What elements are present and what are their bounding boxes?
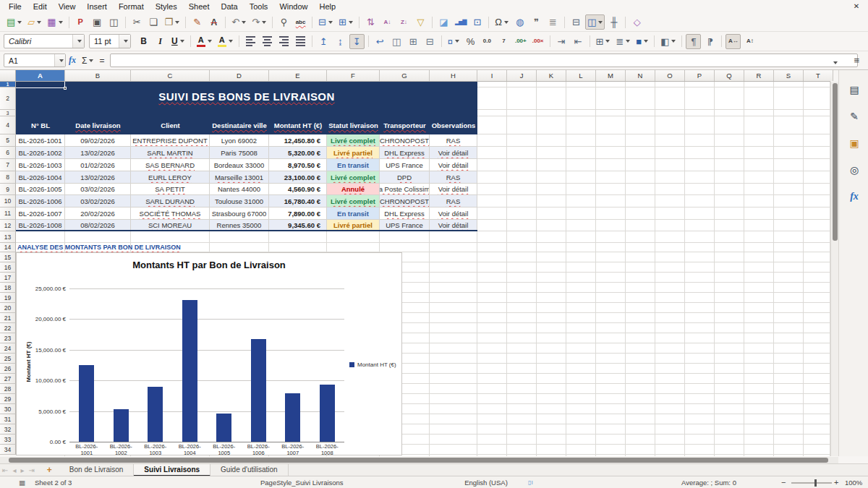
name-box[interactable]: A1 <box>4 53 66 67</box>
menu-format[interactable]: Format <box>113 0 150 13</box>
cell-E7[interactable]: 8,970.50 € <box>269 159 327 171</box>
cell-A6[interactable]: BL-2026-1002 <box>16 147 65 158</box>
justified-icon[interactable] <box>293 34 308 49</box>
cell-C9[interactable]: SA PETIT <box>131 184 210 194</box>
autofilter-icon[interactable]: ▽ <box>413 14 428 30</box>
format-date-icon[interactable]: 7 <box>496 34 511 49</box>
row-header-26[interactable]: 26 <box>0 364 16 374</box>
column-header-J[interactable]: J <box>507 70 537 81</box>
column-header-S[interactable]: S <box>774 70 804 81</box>
freeze-panes-icon[interactable]: ◫ <box>585 14 605 30</box>
cell-H10[interactable]: RAS <box>430 195 477 207</box>
cell-H5[interactable]: RAS <box>430 134 477 146</box>
cell-E12[interactable]: 9,345.60 € <box>269 220 327 230</box>
row-header-19[interactable]: 19 <box>0 293 16 303</box>
last-sheet-button[interactable]: ⇥ <box>26 466 36 474</box>
column-header-L[interactable]: L <box>566 70 596 81</box>
insert-rows-icon[interactable]: ⊟ <box>316 14 335 30</box>
function-wizard-icon[interactable]: fx <box>69 55 76 66</box>
unmerge-cells-icon[interactable]: ⊟ <box>422 34 438 49</box>
row-header-16[interactable]: 16 <box>0 262 16 273</box>
sheet-tab-suivi-livraisons[interactable]: Suivi Livraisons <box>134 464 210 476</box>
zoom-in-icon[interactable]: + <box>834 478 838 487</box>
cell-A12[interactable]: BL-2026-1008 <box>16 220 65 230</box>
dropdown-arrow-icon[interactable] <box>229 40 233 43</box>
column-header-T[interactable]: T <box>804 70 833 81</box>
cell-D8[interactable]: Marseille 13001 <box>210 171 269 183</box>
left-to-right-icon[interactable]: ¶ <box>686 34 701 49</box>
row-header-29[interactable]: 29 <box>0 394 16 404</box>
highlighting-color-icon[interactable]: A <box>216 34 235 49</box>
menu-styles[interactable]: Styles <box>150 0 183 13</box>
horizontal-scrollbar-thumb[interactable] <box>9 458 828 463</box>
row-header-18[interactable]: 18 <box>0 283 16 293</box>
language-label[interactable]: English (USA) <box>443 478 529 487</box>
copy-icon[interactable]: ❏ <box>146 14 161 30</box>
add-sheet-button[interactable]: + <box>37 465 59 475</box>
vertical-scrollbar[interactable] <box>830 82 838 456</box>
show-draw-functions-icon[interactable]: ◇ <box>629 14 644 30</box>
headers-footers-icon[interactable]: ≣ <box>545 14 561 30</box>
cell-B8[interactable]: 13/02/2026 <box>65 171 131 183</box>
properties-deck-icon[interactable]: ▤ <box>846 82 862 98</box>
borders-icon[interactable]: ⊞ <box>594 34 613 49</box>
row-header-33[interactable]: 33 <box>0 435 16 445</box>
text-direction-vertical-icon[interactable]: A↕ <box>742 34 757 49</box>
row-header-9[interactable]: 9 <box>0 184 16 195</box>
new-document-icon[interactable]: ▤ <box>4 14 24 30</box>
increase-indent-icon[interactable]: ⇥ <box>554 34 569 49</box>
selection-mode-icon[interactable]: ▯I <box>528 478 533 487</box>
zoom-percent-label[interactable]: 100% <box>845 478 862 487</box>
center-vertically-icon[interactable]: ↨ <box>333 34 348 49</box>
insert-chart-icon[interactable]: ▂▅▇ <box>453 14 468 30</box>
close-document-icon[interactable]: ✕ <box>851 1 862 12</box>
italic-icon[interactable]: I <box>153 34 168 49</box>
clone-formatting-icon[interactable]: ✎ <box>190 14 205 30</box>
merge-center-cells-icon[interactable]: ◫ <box>389 34 404 49</box>
format-currency-icon[interactable]: ¤ <box>446 34 461 49</box>
cell-H6[interactable]: Voir détail <box>430 147 477 158</box>
cell-A11[interactable]: BL-2026-1007 <box>16 207 65 219</box>
row-header-8[interactable]: 8 <box>0 171 16 184</box>
cell-A9[interactable]: BL-2026-1005 <box>16 184 65 194</box>
cell-G10[interactable]: CHRONOPOST <box>380 195 430 207</box>
zoom-slider[interactable] <box>791 482 832 484</box>
sheet-tab-bon-de-livraison[interactable]: Bon de Livraison <box>59 464 135 476</box>
cell-F9[interactable]: Annulé <box>327 184 380 194</box>
cell-grid[interactable]: SUIVI DES BONS DE LIVRAISONN° BLDate liv… <box>16 82 830 456</box>
cell-B12[interactable]: 08/02/2026 <box>65 220 131 230</box>
dropdown-arrow-icon[interactable] <box>644 40 648 43</box>
cell-G12[interactable]: UPS France <box>380 220 430 230</box>
paste-icon[interactable]: ❐ <box>163 14 182 30</box>
row-header-31[interactable]: 31 <box>0 414 16 424</box>
functions-deck-icon[interactable]: fx <box>846 189 862 205</box>
align-bottom-icon[interactable]: ↧ <box>349 34 365 49</box>
sort-icon[interactable]: ⇅ <box>363 14 378 30</box>
cell-F8[interactable]: Livré complet <box>327 171 380 183</box>
dropdown-arrow-icon[interactable] <box>59 21 63 24</box>
column-header-D[interactable]: D <box>210 70 269 81</box>
row-header-34[interactable]: 34 <box>0 445 16 455</box>
cell-E11[interactable]: 7,890.00 € <box>269 207 327 219</box>
cell-D11[interactable]: Strasbourg 67000 <box>210 207 269 219</box>
row-header-13[interactable]: 13 <box>0 231 16 243</box>
row-header-12[interactable]: 12 <box>0 220 16 231</box>
first-sheet-button[interactable]: ⇤ <box>0 466 10 474</box>
conditional-formatting-icon[interactable]: ◧ <box>658 34 678 49</box>
gallery-deck-icon[interactable]: ▣ <box>846 135 862 151</box>
dropdown-arrow-icon[interactable] <box>671 40 676 43</box>
border-style-icon[interactable]: ≣ <box>613 34 632 49</box>
format-percent-icon[interactable]: % <box>463 34 478 49</box>
cell-A10[interactable]: BL-2026-1006 <box>16 195 65 207</box>
undo-icon[interactable]: ↶ <box>229 14 248 30</box>
cell-C10[interactable]: SARL DURAND <box>131 195 210 207</box>
cell-E6[interactable]: 5,320.00 € <box>269 147 327 158</box>
cell-H7[interactable]: Voir détail <box>430 159 477 171</box>
row-header-14[interactable]: 14 <box>0 243 16 252</box>
row-header-4[interactable]: 4 <box>0 116 16 134</box>
menu-file[interactable]: File <box>3 0 27 13</box>
dropdown-arrow-icon[interactable] <box>208 40 212 43</box>
row-header-1[interactable]: 1 <box>0 82 16 87</box>
sort-descending-icon[interactable]: Z↓ <box>396 14 412 30</box>
sort-ascending-icon[interactable]: A↓ <box>380 14 395 30</box>
